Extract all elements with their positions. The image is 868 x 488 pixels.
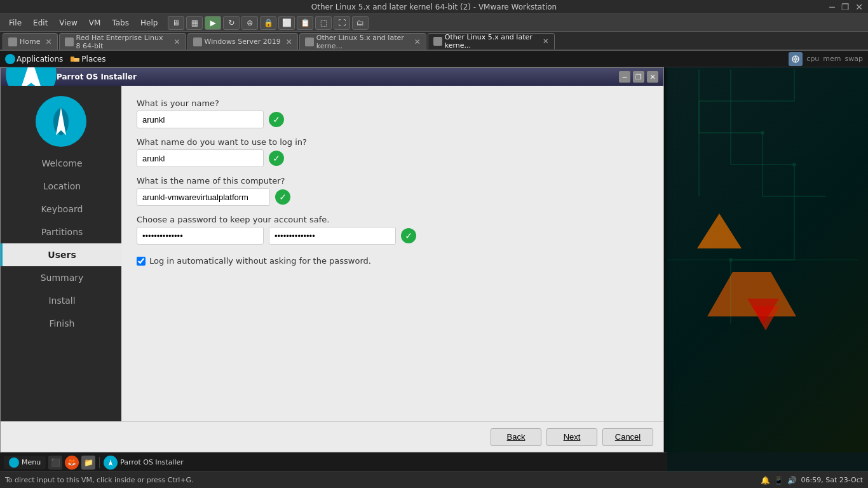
linux1-tab-icon	[305, 37, 314, 46]
menu-view[interactable]: View	[54, 17, 82, 29]
installer-restore-btn[interactable]: ❐	[633, 71, 644, 83]
installer-sidebar-nav: Welcome Location Keyboard Partitions Use…	[1, 152, 121, 335]
autologin-checkbox[interactable]	[137, 257, 146, 266]
tab-linux1-close[interactable]: ✕	[414, 37, 421, 46]
toolbar-btn-8[interactable]: 📋	[297, 16, 313, 30]
taskbar-files-icon[interactable]: 📁	[81, 456, 95, 470]
password-confirm-input[interactable]	[269, 227, 396, 245]
toolbar-btn-2[interactable]: ▦	[186, 16, 203, 30]
next-button[interactable]: Next	[546, 428, 597, 446]
tab-linux1[interactable]: Other Linux 5.x and later kerne... ✕	[299, 33, 426, 50]
browser-tabs-bar: Home ✕ Red Hat Enterprise Linux 8 64-bit…	[0, 32, 868, 51]
menu-tabs[interactable]: Tabs	[107, 17, 134, 29]
topbar-network-icon[interactable]	[789, 52, 803, 66]
sidebar-item-keyboard[interactable]: Keyboard	[1, 198, 121, 220]
tray-icon-3[interactable]: 🔊	[787, 476, 797, 485]
name-input[interactable]	[137, 111, 264, 128]
parrot-icon	[5, 54, 15, 64]
toolbar-btn-10[interactable]: ⛶	[334, 16, 350, 30]
places-menu[interactable]: Places	[71, 55, 105, 64]
toolbar-btn-play[interactable]: ▶	[205, 16, 221, 30]
password-input[interactable]	[137, 227, 264, 245]
tab-redhat[interactable]: Red Hat Enterprise Linux 8 64-bit ✕	[59, 33, 186, 50]
computer-input[interactable]	[137, 188, 270, 206]
installer-minimize-btn[interactable]: ─	[619, 71, 630, 83]
tab-windows[interactable]: Windows Server 2019 ✕	[187, 33, 298, 50]
topbar-mem-label: mem	[823, 55, 841, 63]
tab-home-label: Home	[20, 37, 40, 46]
installer-titlebar-controls[interactable]: ─ ❐ ✕	[619, 71, 658, 83]
tray-icon-1[interactable]: 🔔	[761, 476, 770, 485]
name-check-icon: ✓	[269, 112, 284, 127]
minimize-btn[interactable]: ─	[829, 2, 834, 12]
vmware-toolbar: 🖥 ▦ ▶ ↻ ⊕ 🔒 ⬜ 📋 ⬚ ⛶ 🗂	[168, 16, 369, 30]
toolbar-btn-9[interactable]: ⬚	[315, 16, 332, 30]
sidebar-item-install[interactable]: Install	[1, 289, 121, 312]
cancel-btn-label: Cancel	[615, 432, 641, 442]
installer-titlebar: Parrot OS Installer ─ ❐ ✕	[1, 68, 663, 86]
taskbar-firefox-icon[interactable]: 🦊	[65, 456, 79, 470]
toolbar-btn-1[interactable]: 🖥	[168, 16, 184, 30]
toolbar-btn-6[interactable]: 🔒	[260, 16, 276, 30]
sidebar-item-location[interactable]: Location	[1, 175, 121, 198]
svg-point-2	[729, 258, 733, 262]
tab-windows-close[interactable]: ✕	[286, 37, 292, 46]
login-row: ✓	[137, 149, 648, 167]
installer-body: Welcome Location Keyboard Partitions Use…	[1, 86, 663, 421]
form-group-computer: What is the name of this computer? ✓	[137, 176, 648, 206]
login-input[interactable]	[137, 149, 264, 167]
taskbar-menu-btn[interactable]: Menu	[4, 456, 46, 469]
restore-btn[interactable]: ❐	[841, 2, 850, 12]
topbar-right-area: cpu mem swap	[789, 52, 863, 66]
tab-home[interactable]: Home ✕	[3, 33, 58, 50]
tab-linux2[interactable]: Other Linux 5.x and later kerne... ✕	[428, 33, 555, 50]
taskbar-separator	[99, 457, 100, 468]
svg-point-1	[792, 163, 796, 166]
menu-edit[interactable]: Edit	[28, 17, 53, 29]
taskbar-terminal-icon[interactable]: ⬛	[48, 456, 62, 470]
form-group-name: What is your name? ✓	[137, 98, 648, 128]
close-btn[interactable]: ✕	[855, 2, 863, 12]
sidebar-item-finish[interactable]: Finish	[1, 312, 121, 335]
back-button[interactable]: Back	[491, 428, 541, 446]
autologin-label[interactable]: Log in automatically without asking for …	[149, 256, 371, 266]
name-label: What is your name?	[137, 98, 648, 108]
menu-vm[interactable]: VM	[84, 17, 106, 29]
topbar-swap-label: swap	[845, 55, 863, 63]
tab-redhat-close[interactable]: ✕	[173, 37, 180, 46]
toolbar-btn-refresh[interactable]: ↻	[223, 16, 240, 30]
toolbar-btn-11[interactable]: 🗂	[352, 16, 369, 30]
autologin-row: Log in automatically without asking for …	[137, 256, 648, 266]
menu-help[interactable]: Help	[135, 17, 163, 29]
tab-linux2-close[interactable]: ✕	[543, 37, 549, 46]
vmware-menubar: File Edit View VM Tabs Help 🖥 ▦ ▶ ↻ ⊕ 🔒 …	[0, 14, 868, 32]
taskbar-parrot-icon	[9, 458, 19, 468]
cancel-button[interactable]: Cancel	[602, 428, 653, 446]
toolbar-btn-5[interactable]: ⊕	[241, 16, 258, 30]
back-btn-label: Back	[507, 432, 526, 442]
taskbar-installer-label[interactable]: Parrot OS Installer	[120, 458, 184, 466]
window-controls[interactable]: ─ ❐ ✕	[829, 2, 863, 12]
toolbar-btn-7[interactable]: ⬜	[278, 16, 295, 30]
name-row: ✓	[137, 111, 648, 128]
tray-icon-2[interactable]: 📱	[774, 476, 783, 485]
windows-tab-icon	[193, 37, 202, 46]
linux2-tab-icon	[433, 37, 442, 46]
installer-close-btn[interactable]: ✕	[647, 71, 658, 83]
applications-menu[interactable]: Applications	[17, 55, 63, 64]
vm-status-bar: To direct input to this VM, click inside…	[0, 471, 868, 488]
sidebar-item-welcome[interactable]: Welcome	[1, 152, 121, 175]
tab-windows-label: Windows Server 2019	[205, 37, 281, 46]
menu-file[interactable]: File	[4, 17, 27, 29]
password-check-icon: ✓	[401, 228, 416, 243]
tab-home-close[interactable]: ✕	[45, 37, 51, 46]
computer-check-icon: ✓	[275, 189, 290, 205]
form-group-login: What name do you want to use to log in? …	[137, 137, 648, 167]
taskbar-parrot-installer-icon[interactable]	[104, 456, 118, 470]
login-label: What name do you want to use to log in?	[137, 137, 648, 147]
sidebar-item-users[interactable]: Users	[1, 243, 121, 266]
computer-row: ✓	[137, 188, 648, 206]
sidebar-item-summary[interactable]: Summary	[1, 266, 121, 289]
sidebar-item-partitions[interactable]: Partitions	[1, 220, 121, 243]
svg-rect-5	[74, 58, 79, 62]
